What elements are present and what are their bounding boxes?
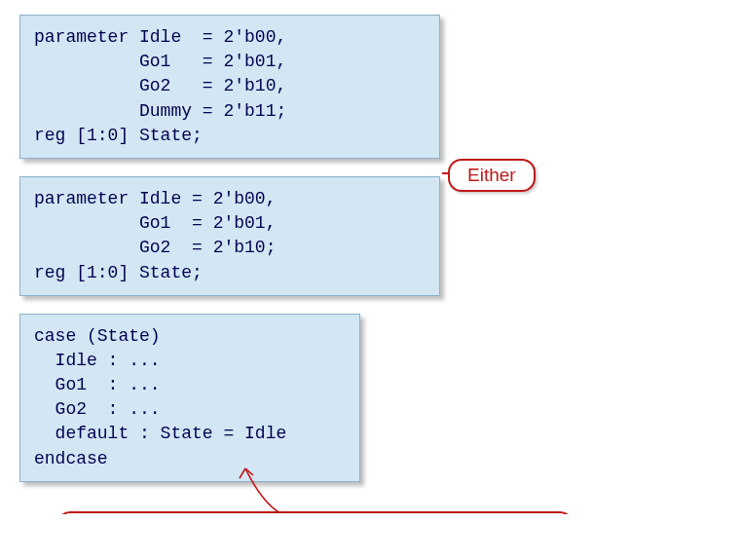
code-block-3: case (State) Idle : ... Go1 : ... Go2 : … [19, 314, 360, 482]
callout-explain: Explicitly define behavior of hardware i… [56, 511, 574, 514]
code-block-1: parameter Idle = 2'b00, Go1 = 2'b01, Go2… [19, 15, 440, 159]
callout-either: Either [448, 159, 536, 192]
arrow-icon [234, 461, 312, 514]
code-block-2: parameter Idle = 2'b00, Go1 = 2'b01, Go2… [19, 176, 440, 296]
slide-container: parameter Idle = 2'b00, Go1 = 2'b01, Go2… [19, 15, 730, 482]
